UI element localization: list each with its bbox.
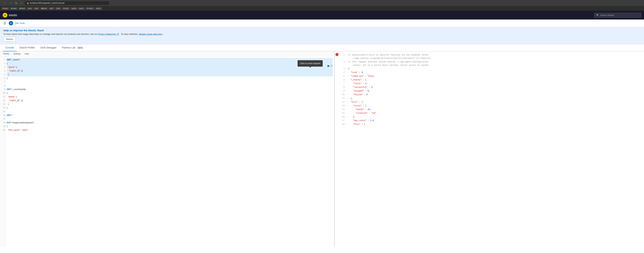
- resp-shards-close: },: [348, 97, 642, 100]
- code-line-14: }: [7, 106, 333, 110]
- disable-data-link[interactable]: disable usage data here: [139, 33, 162, 35]
- bookmark-item[interactable]: bm10: [70, 7, 77, 10]
- bookmark-item[interactable]: bm3: [18, 7, 26, 10]
- wrench-button[interactable]: ⚙: [330, 64, 333, 68]
- address-bar[interactable]: 🔒 localhost:5601/app/dev_tools#/console: [25, 1, 109, 5]
- resp-ln-16: 16: [340, 115, 345, 119]
- editor-panel: History Settings Help 1 2 3 4 5 6 7 8 9 …: [0, 51, 334, 247]
- help-banner: Help us improve the Elastic Stack To lea…: [0, 27, 644, 44]
- resp-relation: "relation" : "eq": [348, 112, 642, 115]
- resp-line-10: 10 "failed" : 0: [340, 93, 642, 97]
- resp-line-5: 5 "timed_out" : false,: [340, 74, 642, 78]
- code-line-12: "match_all": {}: [7, 99, 333, 102]
- bookmark-item[interactable]: bm2: [10, 7, 18, 10]
- resp-ln-12: 12: [340, 100, 345, 104]
- path-text: _search: [11, 58, 20, 62]
- line-num-6: 6: [1, 76, 6, 80]
- resp-shards: "_shards" : {: [348, 78, 642, 82]
- resp-failed: "failed" : 0: [348, 93, 642, 96]
- resp-successful: "successful" : 5,: [348, 86, 642, 89]
- tab-search-profiler[interactable]: Search Profiler: [17, 44, 38, 51]
- bookmark-item[interactable]: bm1: [1, 7, 9, 10]
- global-search-bar[interactable]: 🔍 Search Elastic: [594, 13, 641, 18]
- resp-skipped: "skipped" : 0,: [348, 89, 642, 93]
- tooltip-container: Click to send request ▶ ⚙: [328, 57, 333, 68]
- response-content: 1 - #! Elasticsearch built-in security f…: [339, 53, 643, 127]
- help-button[interactable]: Help: [24, 52, 30, 55]
- bookmark-item[interactable]: bm7: [49, 7, 54, 10]
- secondary-nav: ☰ D Dev Tools: [0, 19, 644, 27]
- resp-ln-17: 17: [340, 119, 345, 122]
- code-line-18: PUT /megacorp/employee/1: [7, 121, 333, 124]
- editor-outer[interactable]: 1 2 3 4 5 6 7 8 9 10 11 12 13 14 15 16 1…: [0, 56, 334, 247]
- resp-ln-6: 6: [340, 78, 345, 82]
- bookmark-item[interactable]: bm12: [86, 7, 94, 10]
- banner-text-end: .: [163, 33, 164, 35]
- home-button[interactable]: ⌂: [20, 1, 24, 5]
- history-button[interactable]: History: [2, 52, 10, 55]
- back-button[interactable]: ←: [2, 1, 7, 5]
- resp-line-12: 12 - "hits" : {: [340, 100, 642, 104]
- settings-button[interactable]: Settings: [12, 52, 22, 55]
- resp-line-9: 9 "skipped" : 0,: [340, 89, 642, 93]
- privacy-link[interactable]: Privacy Statement 🔗: [98, 33, 119, 35]
- line-num-5: 5: [1, 73, 6, 76]
- resp-ln-11: 11: [340, 97, 345, 100]
- resp-line-16: 16 - },: [340, 115, 642, 119]
- resp-ln-15: 15: [340, 112, 345, 115]
- resp-comment-2: #! this request accesses system indices:…: [348, 60, 642, 67]
- send-request-button[interactable]: ▶: [328, 64, 330, 68]
- line-num-16: 16: [1, 113, 6, 117]
- code-line-13: }: [7, 102, 333, 106]
- bookmark-item[interactable]: bm6: [40, 7, 48, 10]
- elastic-logo-icon: [3, 13, 8, 17]
- code-line-20: "first_name" : "John",: [7, 128, 333, 132]
- resp-line-3: 3 - {: [340, 67, 642, 71]
- browser-bar: ← → ↻ ⌂ 🔒 localhost:5601/app/dev_tools#/…: [0, 0, 644, 6]
- resp-line-4: 4 "took" : 9,: [340, 71, 642, 74]
- resp-ln-1: 1: [340, 53, 345, 57]
- bookmark-item[interactable]: bm13: [95, 7, 102, 10]
- resp-hits: "hits" : {: [348, 100, 642, 104]
- code-editor[interactable]: GET _search { "query": { "match_all": {}…: [6, 56, 334, 247]
- resp-value: "value" : 43,: [348, 108, 642, 111]
- resp-ln-13: 13: [340, 104, 345, 107]
- line-num-18: 18: [1, 121, 6, 124]
- banner-title: Help us improve the Elastic Stack: [3, 29, 641, 32]
- editor-toolbar: History Settings Help: [0, 51, 334, 56]
- response-close-button[interactable]: ✕: [336, 53, 338, 56]
- refresh-button[interactable]: ↻: [14, 1, 18, 5]
- bookmark-item[interactable]: bm11: [78, 7, 85, 10]
- elastic-logo-text: elastic: [9, 13, 17, 17]
- bookmark-item[interactable]: bm9: [62, 7, 70, 10]
- hamburger-button[interactable]: ☰: [3, 21, 7, 26]
- search-icon: 🔍: [596, 14, 599, 16]
- resp-line-8: 8 "successful" : 5,: [340, 86, 642, 89]
- resp-comment-1: #! Elasticsearch built-in security featu…: [348, 53, 642, 60]
- tab-console[interactable]: Console: [3, 44, 17, 51]
- banner-text-before: To learn about how usage data helps us m…: [3, 33, 98, 35]
- bookmark-item[interactable]: bm4: [27, 7, 33, 10]
- tab-painless-lab[interactable]: Painless Lab BETA: [59, 44, 86, 51]
- code-line-19: {: [7, 124, 333, 128]
- resp-ln-2: 2: [340, 60, 345, 64]
- bookmark-item[interactable]: bm5: [34, 7, 40, 10]
- line-num-9: 9: [1, 87, 6, 91]
- resp-ln-7: 7: [340, 82, 345, 85]
- tab-grok-debugger[interactable]: Grok Debugger: [38, 44, 59, 51]
- forward-button[interactable]: →: [8, 1, 13, 5]
- elastic-logo[interactable]: elastic: [3, 13, 17, 17]
- line-num-2: 2: [1, 62, 6, 65]
- resp-timed-out: "timed_out" : false,: [348, 74, 642, 78]
- bookmark-item[interactable]: bm8: [55, 7, 61, 10]
- line-numbers: 1 2 3 4 5 6 7 8 9 10 11 12 13 14 15 16 1…: [0, 56, 6, 247]
- resp-ln-8: 8: [340, 86, 345, 89]
- line-num-15: 15: [1, 110, 6, 113]
- code-line-5: }: [7, 73, 333, 76]
- dismiss-button[interactable]: Dismiss: [3, 37, 16, 41]
- breadcrumb-label[interactable]: Dev Tools: [15, 22, 25, 24]
- line-num-14: 14: [1, 106, 6, 110]
- resp-line-2: 2 #! this request accesses system indice…: [340, 60, 642, 67]
- code-line-3: "query": {: [7, 65, 333, 69]
- breadcrumb-avatar: D: [9, 21, 13, 25]
